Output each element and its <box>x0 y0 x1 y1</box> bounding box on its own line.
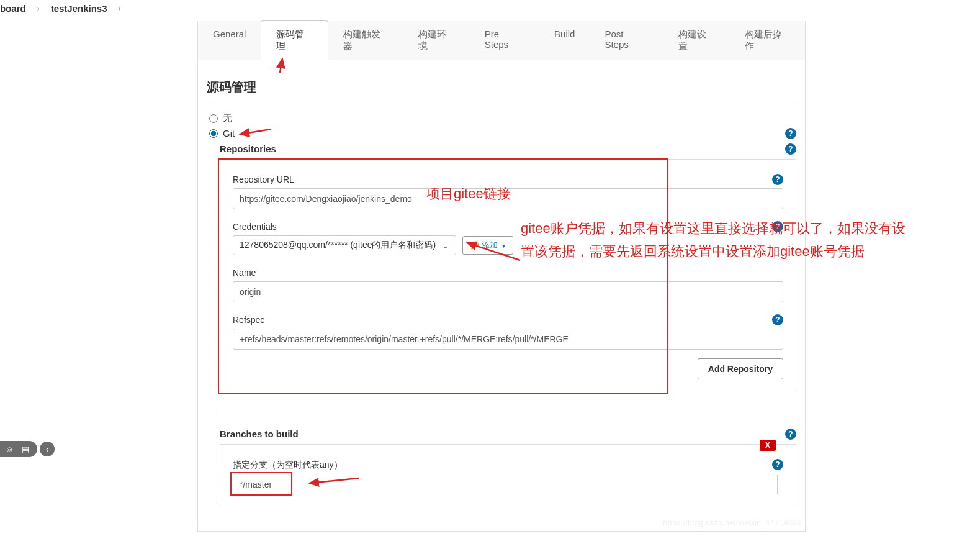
help-icon[interactable]: ? <box>785 128 796 139</box>
chevron-right-icon: › <box>119 4 121 13</box>
content: 源码管理 无 Git ? Repositories ? <box>198 60 805 531</box>
help-icon[interactable]: ? <box>772 314 783 325</box>
name-label-text: Name <box>233 268 256 278</box>
tab-settings[interactable]: 构建设置 <box>663 21 730 60</box>
breadcrumb: board › testJenkins3 › <box>0 0 980 21</box>
refspec-label: Refspec ? <box>233 315 783 325</box>
help-icon[interactable]: ? <box>772 459 783 470</box>
branches-title: Branches to build ? <box>220 429 796 439</box>
branches-title-text: Branches to build <box>220 429 299 439</box>
git-subsection: Repositories ? Repository URL ? 项目gitee链… <box>217 143 796 506</box>
refspec-input[interactable] <box>233 329 783 350</box>
credentials-row: 1278065208@qq.com/****** (qitee的用户名和密码) … <box>233 235 783 255</box>
branch-spec-label: 指定分支（为空时代表any） ? <box>233 460 783 471</box>
main-panel: General 源码管理 构建触发器 构建环境 Pre Steps Build … <box>197 21 806 532</box>
tab-poststeps[interactable]: Post Steps <box>590 21 663 60</box>
repo-url-label-text: Repository URL <box>233 175 294 184</box>
tab-general[interactable]: General <box>198 21 261 60</box>
svg-line-3 <box>240 129 271 134</box>
add-repository-button[interactable]: Add Repository <box>698 358 783 379</box>
repo-url-label: Repository URL ? <box>233 175 783 184</box>
credentials-select[interactable]: 1278065208@qq.com/****** (qitee的用户名和密码) <box>233 235 456 255</box>
branch-spec-input[interactable] <box>233 475 778 494</box>
radio-git[interactable] <box>209 129 218 138</box>
help-icon[interactable]: ? <box>785 143 796 155</box>
branch-block: X 指定分支（为空时代表any） ? <box>220 444 796 506</box>
repositories-title: Repositories ? <box>220 143 796 154</box>
branch-spec-label-text: 指定分支（为空时代表any） <box>233 460 343 470</box>
add-credentials-button[interactable]: 添加 <box>462 236 513 255</box>
name-label: Name <box>233 268 783 278</box>
collapse-tools-button[interactable]: ‹ <box>40 442 55 456</box>
tab-scm[interactable]: 源码管理 <box>261 20 328 60</box>
tool-pill[interactable]: ☺ ▤ <box>0 441 37 457</box>
tabs: General 源码管理 构建触发器 构建环境 Pre Steps Build … <box>198 21 805 60</box>
credentials-label: Credentials ? <box>233 222 783 232</box>
arrow-annotation-icon <box>236 125 274 140</box>
radio-git-label: Git <box>223 128 235 138</box>
help-icon[interactable]: ? <box>772 174 783 185</box>
radio-row-git[interactable]: Git ? <box>207 128 796 138</box>
add-credentials-label: 添加 <box>482 240 498 251</box>
tab-env[interactable]: 构建环境 <box>403 21 470 60</box>
emoji-icon[interactable]: ☺ <box>4 443 15 455</box>
radio-none-label: 无 <box>223 112 232 124</box>
branches-section: Branches to build ? X 指定分支（为空时代表any） ? <box>220 429 796 506</box>
radio-row-none[interactable]: 无 <box>207 112 796 124</box>
repositories-title-text: Repositories <box>220 143 276 154</box>
breadcrumb-item-dashboard[interactable]: board <box>0 3 26 14</box>
svg-line-1 <box>280 59 282 73</box>
help-icon[interactable]: ? <box>772 221 783 232</box>
credentials-value: 1278065208@qq.com/****** (qitee的用户名和密码) <box>240 240 436 251</box>
chat-icon[interactable]: ▤ <box>20 443 31 455</box>
delete-branch-button[interactable]: X <box>760 440 776 451</box>
credentials-label-text: Credentials <box>233 222 277 232</box>
floating-toolbar: ☺ ▤ ‹ <box>0 441 55 457</box>
repository-block: Repository URL ? 项目gitee链接 Credentials ?… <box>220 159 796 391</box>
help-icon[interactable]: ? <box>785 429 796 440</box>
tab-build[interactable]: Build <box>539 21 590 60</box>
tab-triggers[interactable]: 构建触发器 <box>328 21 403 60</box>
tab-postbuild[interactable]: 构建后操作 <box>730 21 805 60</box>
radio-none[interactable] <box>209 114 218 123</box>
section-title-scm: 源码管理 <box>207 79 796 102</box>
breadcrumb-item-project[interactable]: testJenkins3 <box>51 3 107 14</box>
watermark: https://blog.csdn.net/weixin_44718665 <box>663 519 801 527</box>
name-input[interactable] <box>233 281 783 302</box>
tab-presteps[interactable]: Pre Steps <box>470 21 539 60</box>
refspec-label-text: Refspec <box>233 315 264 325</box>
repo-url-input[interactable] <box>233 188 783 209</box>
chevron-right-icon: › <box>37 4 40 13</box>
